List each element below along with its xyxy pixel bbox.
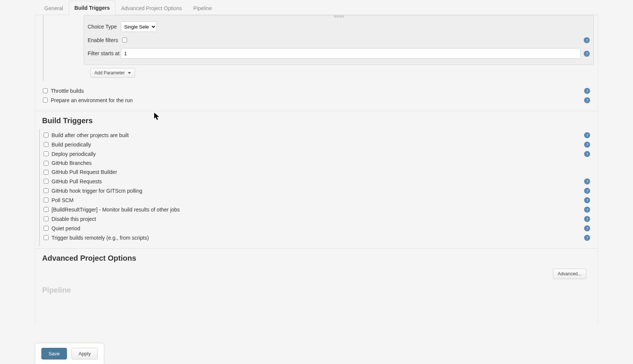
trigger-deploy-periodically-label: Deploy periodically [52,151,584,157]
help-icon[interactable]: ? [584,188,590,194]
trigger-deploy-periodically-checkbox[interactable] [44,151,49,156]
help-icon[interactable]: ? [584,197,590,203]
tab-advanced-project-options[interactable]: Advanced Project Options [115,1,188,15]
trigger-github-pr-checkbox[interactable] [44,179,49,184]
trigger-github-prb-checkbox[interactable] [44,170,49,175]
choice-type-select[interactable]: Single Select [121,21,157,32]
trigger-github-prb-label: GitHub Pull Request Builder [52,169,590,175]
prepare-env-label: Prepare an environment for the run [51,97,584,103]
help-icon[interactable]: ? [584,216,590,222]
throttle-builds-checkbox[interactable] [43,88,48,93]
help-icon[interactable]: ? [584,132,590,138]
help-icon[interactable]: ? [584,178,590,184]
tab-general[interactable]: General [39,1,69,15]
trigger-poll-scm-label: Poll SCM [52,197,584,203]
filter-starts-at-label: Filter starts at [88,50,121,56]
drag-handle-icon[interactable] [334,15,344,18]
trigger-build-periodically-label: Build periodically [52,142,584,148]
trigger-poll-scm-checkbox[interactable] [44,198,49,202]
pipeline-heading: Pipeline [35,283,598,295]
trigger-build-result-label: [BuildResultTrigger] - Monitor build res… [52,207,584,213]
filter-starts-at-input[interactable] [121,48,581,59]
advanced-button[interactable]: Advanced... [553,269,586,279]
add-parameter-label: Add Parameter [94,70,125,76]
help-icon[interactable]: ? [584,88,590,94]
help-icon[interactable]: ? [584,37,590,43]
build-triggers-heading: Build Triggers [35,111,598,129]
trigger-github-branches-checkbox[interactable] [44,161,49,166]
help-icon[interactable]: ? [584,51,590,57]
tab-pipeline[interactable]: Pipeline [188,1,218,15]
help-icon[interactable]: ? [584,235,590,241]
help-icon[interactable]: ? [584,225,590,231]
choice-type-label: Choice Type [88,24,121,30]
trigger-build-result-checkbox[interactable] [44,207,49,212]
config-tabbar: General Build Triggers Advanced Project … [35,0,598,15]
trigger-disable-project-checkbox[interactable] [44,216,49,221]
trigger-remote-label: Trigger builds remotely (e.g., from scri… [52,235,584,241]
help-icon[interactable]: ? [584,97,590,103]
trigger-github-pr-label: GitHub Pull Requests [52,178,584,184]
advanced-project-options-heading: Advanced Project Options [35,248,598,266]
trigger-build-periodically-checkbox[interactable] [44,142,49,147]
parameter-block: Choice Type Single Select Enable filters [83,15,594,65]
help-icon[interactable]: ? [584,151,590,157]
trigger-github-hook-label: GitHub hook trigger for GITScm polling [52,188,584,194]
chevron-down-icon [128,72,131,74]
trigger-disable-project-label: Disable this project [52,216,584,222]
trigger-quiet-period-label: Quiet period [52,225,584,231]
trigger-build-after-other-checkbox[interactable] [44,133,49,137]
add-parameter-button[interactable]: Add Parameter [90,68,135,78]
prepare-env-checkbox[interactable] [43,98,48,103]
tab-build-triggers[interactable]: Build Triggers [69,1,115,15]
enable-filters-label: Enable filters [88,37,121,43]
enable-filters-checkbox[interactable] [122,38,127,42]
trigger-remote-checkbox[interactable] [44,235,49,240]
trigger-build-after-other-label: Build after other projects are built [52,132,584,138]
help-icon[interactable]: ? [584,142,590,148]
help-icon[interactable]: ? [584,207,590,213]
trigger-github-hook-checkbox[interactable] [44,188,49,193]
throttle-builds-label: Throttle builds [51,88,584,94]
trigger-github-branches-label: GitHub Branches [52,160,590,166]
trigger-quiet-period-checkbox[interactable] [44,226,49,231]
